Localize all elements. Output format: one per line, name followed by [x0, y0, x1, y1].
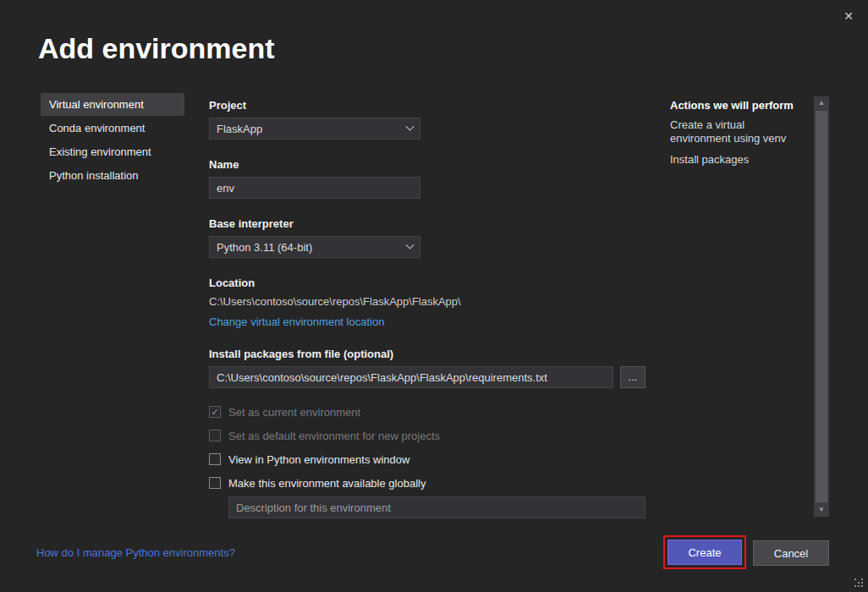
page-title: Add environment [38, 32, 275, 65]
checkbox-unchecked-icon [209, 430, 221, 441]
checkbox-row-set-current[interactable]: ✓ Set as current environment [209, 405, 649, 419]
scroll-down-icon[interactable]: ▼ [814, 503, 829, 517]
install-packages-label: Install packages from file (optional) [209, 348, 649, 360]
resize-grip[interactable] [854, 578, 865, 589]
checkbox-label: Set as default environment for new proje… [228, 430, 440, 442]
checkbox-label: Make this environment available globally [228, 477, 426, 490]
project-label: Project [209, 99, 649, 112]
checkbox-label: View in Python environments window [228, 453, 409, 466]
name-input[interactable] [209, 177, 420, 199]
checkbox-checked-icon: ✓ [209, 406, 221, 418]
checkbox-unchecked-icon [209, 453, 221, 465]
base-interpreter-dropdown-value: Python 3.11 (64-bit) [217, 241, 312, 254]
sidebar-item-python-installation[interactable]: Python installation [41, 164, 184, 187]
scroll-up-icon[interactable]: ▲ [814, 96, 829, 110]
browse-button[interactable]: ... [620, 366, 646, 388]
packages-file-input[interactable] [209, 366, 613, 388]
base-interpreter-dropdown[interactable]: Python 3.11 (64-bit) [209, 236, 420, 258]
environment-type-sidebar: Virtual environment Conda environment Ex… [41, 93, 184, 188]
scrollbar-thumb[interactable] [816, 111, 827, 502]
description-input[interactable] [228, 496, 646, 518]
close-icon[interactable]: ✕ [839, 7, 858, 25]
install-packages-row: ... [209, 366, 649, 388]
project-dropdown[interactable]: FlaskApp [209, 118, 420, 140]
location-value: C:\Users\contoso\source\repos\FlaskApp\F… [209, 295, 649, 308]
create-button-highlight: Create [663, 535, 746, 569]
location-label: Location [209, 277, 649, 289]
base-interpreter-label: Base interpreter [209, 217, 649, 230]
actions-panel-item: Install packages [670, 153, 802, 167]
description-wrap [228, 496, 649, 518]
sidebar-item-label: Conda environment [49, 122, 145, 134]
sidebar-item-existing-environment[interactable]: Existing environment [41, 140, 184, 163]
sidebar-item-virtual-environment[interactable]: Virtual environment [41, 93, 184, 116]
create-button[interactable]: Create [667, 540, 742, 565]
actions-panel-title: Actions we will perform [670, 99, 802, 112]
checkbox-row-set-default[interactable]: Set as default environment for new proje… [209, 429, 649, 442]
checkbox-row-available-globally[interactable]: Make this environment available globally [209, 476, 649, 490]
virtual-environment-form: Project FlaskApp Name Base interpreter P… [209, 93, 649, 518]
cancel-button[interactable]: Cancel [753, 540, 829, 566]
actions-summary-panel: Actions we will perform Create a virtual… [670, 93, 802, 167]
manage-environments-help-link[interactable]: How do I manage Python environments? [36, 546, 235, 559]
sidebar-item-conda-environment[interactable]: Conda environment [41, 117, 184, 140]
checkbox-row-view-environments[interactable]: View in Python environments window [209, 452, 649, 466]
vertical-scrollbar[interactable]: ▲ ▼ [814, 96, 829, 517]
change-location-link[interactable]: Change virtual environment location [209, 315, 384, 328]
chevron-down-icon [406, 122, 415, 130]
sidebar-item-label: Existing environment [49, 145, 151, 158]
actions-panel-item: Create a virtual environment using venv [670, 118, 802, 146]
sidebar-item-label: Virtual environment [49, 98, 144, 111]
checkbox-label: Set as current environment [228, 406, 360, 419]
checkbox-unchecked-icon [209, 477, 221, 489]
name-label: Name [209, 158, 649, 171]
project-dropdown-value: FlaskApp [217, 123, 262, 135]
sidebar-item-label: Python installation [49, 169, 139, 182]
chevron-down-icon [406, 240, 415, 249]
